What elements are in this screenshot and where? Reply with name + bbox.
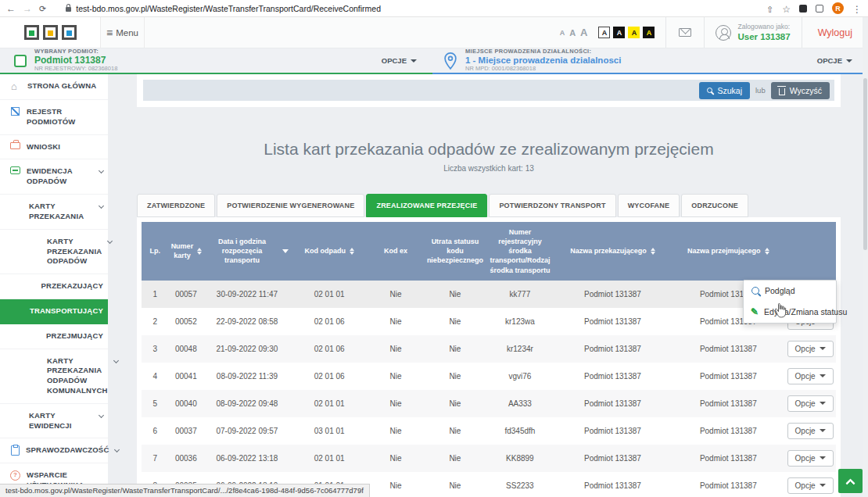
sidebar-item-karty-przekazania-odpadów[interactable]: KARTY PRZEKAZANIA ODPADÓW (0, 230, 108, 274)
tab-wycofane[interactable]: WYCOFANE (618, 194, 680, 217)
browser-forward-icon[interactable] (23, 4, 32, 13)
browser-back-icon[interactable] (6, 4, 16, 13)
place-options-button[interactable]: OPCJE (817, 56, 852, 65)
font-size-small-button[interactable]: A (560, 29, 565, 37)
sort-desc-icon (282, 249, 289, 253)
url-bar[interactable]: test-bdo.mos.gov.pl/WasteRegister/WasteT… (53, 4, 759, 13)
contrast-black-yellow-button[interactable]: A (643, 27, 655, 38)
messages-button[interactable] (666, 17, 704, 48)
sidebar-item-sprawozdawczość[interactable]: SPRAWOZDAWCZOŚĆ (0, 438, 108, 463)
browser-menu-icon[interactable] (852, 2, 862, 16)
tab-potwierdzony-transport[interactable]: POTWIERDZONY TRANSPORT (489, 194, 615, 217)
row-options-button[interactable]: Opcje (787, 341, 834, 357)
tab-zatwierdzone[interactable]: ZATWIERDZONE (137, 194, 215, 217)
font-size-large-button[interactable]: A (580, 27, 587, 38)
search-icon (707, 88, 712, 93)
row-options-label: Opcje (795, 454, 816, 463)
extensions-icon[interactable] (799, 5, 807, 13)
table-cell: 00048 (169, 335, 203, 363)
table-cell: kr1234r (486, 335, 553, 363)
row-options-button[interactable]: Opcje (787, 477, 834, 494)
row-options-button[interactable]: Opcje (787, 450, 834, 467)
table-cell-options: Opcje (784, 335, 836, 363)
column-header-nazwa-przekazującego[interactable]: Nazwa przekazującego (554, 222, 673, 281)
scroll-to-top-button[interactable] (838, 469, 863, 493)
table-cell: Podmiot 131387 (554, 363, 673, 390)
clear-button[interactable]: Wyczyść (771, 82, 830, 99)
font-size-medium-button[interactable]: A (569, 28, 576, 38)
row-options-button[interactable]: Opcje (787, 423, 834, 439)
mouse-cursor-hand (773, 302, 788, 320)
table-cell: 2 (142, 308, 169, 335)
table-row: 60003707-09-2022 09:5703 01 01NieNiefd34… (142, 417, 836, 445)
column-header-kod-odpadu[interactable]: Kod odpadu (291, 222, 368, 281)
sidebar-item-label: KARTY PRZEKAZANIA ODPADÓW KOMUNALNYCH (47, 356, 108, 396)
logout-button[interactable]: Wyloguj (802, 17, 868, 48)
tab-zrealizowane-przejęcie[interactable]: ZREALIZOWANE PRZEJĘCIE (366, 194, 487, 217)
briefcase-icon (10, 142, 20, 149)
sidebar-item-wnioski[interactable]: WNIOSKI (0, 135, 108, 160)
table-cell: kr123wa (486, 308, 553, 335)
bookmark-star-icon[interactable] (782, 2, 791, 16)
column-header-numer-karty[interactable]: Numer karty (169, 222, 203, 281)
menu-button[interactable]: Menu (100, 17, 145, 48)
chevron-down-icon (820, 347, 826, 350)
browser-refresh-icon[interactable] (39, 4, 46, 13)
bdo-logo[interactable] (0, 17, 100, 48)
sidebar-item-transportujący[interactable]: TRANSPORTUJĄCY (0, 299, 108, 324)
table-cell: 00052 (169, 308, 203, 335)
share-icon[interactable] (766, 2, 773, 16)
logo-square-yellow-icon (43, 25, 58, 40)
card-icon (10, 166, 20, 174)
search-button[interactable]: Szukaj (699, 82, 750, 99)
contrast-normal-button[interactable]: A (598, 27, 610, 38)
table-cell: 5 (142, 390, 169, 417)
row-options-button[interactable]: Opcje (787, 368, 834, 384)
table-cell: Podmiot 131387 (554, 417, 673, 445)
menu-item-podgląd[interactable]: Podgląd (744, 281, 836, 301)
table-cell: SS2233 (486, 472, 553, 497)
column-header-numer-rejestracyjny-środka-transportu-rodzaj-środka-transportu: Numer rejestracyjny środka transportu/Ro… (486, 222, 553, 281)
column-header-label: Kod ex (384, 246, 407, 256)
tab-odrzucone[interactable]: ODRZUCONE (681, 194, 748, 217)
table-cell: Nie (423, 390, 486, 417)
logo-square-green-icon (24, 25, 39, 40)
sidebar-item-rejestr-podmiotów[interactable]: REJESTR PODMIOTÓW (0, 100, 108, 135)
place-of-business-section: MIEJSCE PROWADZENIA DZIAŁALNOŚCI: 1 - Mi… (432, 48, 868, 74)
table-cell: 1 (142, 281, 169, 308)
table-row: 20005222-09-2022 08:5802 01 06NieNiekr12… (142, 308, 836, 335)
subject-options-button[interactable]: OPCJE (382, 56, 417, 65)
side-panel-icon[interactable] (816, 5, 823, 13)
menu-item-edycja-zmiana-statusu[interactable]: Edycja/Zmiana statusu (744, 301, 836, 323)
table-cell: 3 (142, 335, 169, 363)
table-cell: Nie (368, 390, 423, 417)
contrast-yellow-black-button[interactable]: A (628, 27, 640, 38)
contrast-black-white-button[interactable]: A (613, 27, 625, 38)
table-cell: Podmiot 131387 (554, 281, 673, 308)
tab-potwierdzenie-wygenerowane[interactable]: POTWIERDZENIE WYGENEROWANE (217, 194, 364, 217)
sidebar-item-label: TRANSPORTUJĄCY (30, 306, 103, 316)
or-label: lub (755, 86, 766, 95)
table-cell: 08-09-2022 11:39 (203, 363, 291, 390)
sidebar-item-karty-przekazania-odpadów-komunalnych[interactable]: KARTY PRZEKAZANIA ODPADÓW KOMUNALNYCH (0, 349, 108, 404)
row-options-button[interactable]: Opcje (787, 395, 834, 412)
column-header-nazwa-przejmującego[interactable]: Nazwa przejmującego (672, 222, 784, 281)
sidebar-item-ewidencja-odpadów[interactable]: EWIDENCJA ODPADÓW (0, 159, 108, 195)
sidebar-item-karty-ewidencji[interactable]: KARTY EWIDENCJI (0, 404, 108, 439)
sidebar-item-strona-główna[interactable]: STRONA GŁÓWNA (0, 74, 108, 100)
page-scrollbar[interactable] (863, 17, 868, 497)
sidebar-item-przekazujący[interactable]: PRZEKAZUJĄCY (0, 274, 108, 299)
table-cell: 21-09-2022 09:30 (203, 335, 291, 363)
browser-profile-avatar[interactable]: R (832, 2, 844, 14)
user-icon (716, 25, 731, 41)
row-options-label: Opcje (795, 372, 816, 381)
table-cell: Nie (423, 472, 486, 497)
table-cell: Nie (423, 363, 486, 390)
user-info[interactable]: Zalogowano jako: User 131387 (705, 17, 801, 48)
column-header-data-i-godzina-rozpoczęcia-transportu[interactable]: Data i godzina rozpoczęcia transportu (203, 222, 291, 281)
sidebar-item-karty-przekazania[interactable]: KARTY PRZEKAZANIA (0, 195, 108, 230)
column-header-label: Kod odpadu (304, 246, 346, 256)
table-cell: 30-09-2022 11:47 (203, 281, 291, 308)
chevron-down-icon (820, 374, 826, 377)
sidebar-item-przejmujący[interactable]: PRZEJMUJĄCY (0, 324, 108, 349)
